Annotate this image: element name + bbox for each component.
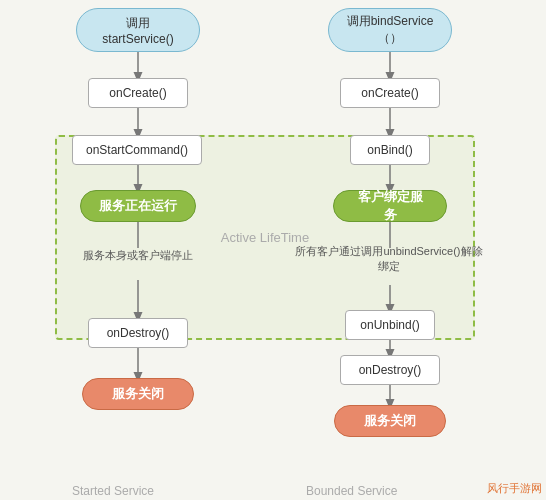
onstartcommand-label: onStartCommand()	[86, 143, 188, 157]
started-service-label: Started Service	[66, 482, 160, 500]
stop-condition-label: 服务本身或客户端停止	[83, 249, 193, 261]
bind-service-label: 调用bindService（）	[343, 13, 437, 47]
left-closed-node: 服务关闭	[82, 378, 194, 410]
onbind-label: onBind()	[367, 143, 412, 157]
left-closed-label: 服务关闭	[112, 385, 164, 403]
right-ondestroy-node: onDestroy()	[340, 355, 440, 385]
right-oncreate-label: onCreate()	[361, 86, 418, 100]
bound-node: 客户绑定服务	[333, 190, 447, 222]
bind-service-node: 调用bindService（）	[328, 8, 452, 52]
running-node: 服务正在运行	[80, 190, 196, 222]
started-service-text: Started Service	[72, 484, 154, 498]
right-closed-node: 服务关闭	[334, 405, 446, 437]
onunbind-node: onUnbind()	[345, 310, 435, 340]
start-service-node: 调用startService()	[76, 8, 200, 52]
unbind-condition: 所有客户通过调用unbindService()解除绑定	[292, 244, 486, 275]
left-stop-condition: 服务本身或客户端停止	[68, 248, 208, 263]
bounded-service-label: Bounded Service	[300, 482, 403, 500]
onbind-node: onBind()	[350, 135, 430, 165]
diagram-container: Active LifeTime	[0, 0, 546, 500]
running-label: 服务正在运行	[99, 197, 177, 215]
right-ondestroy-label: onDestroy()	[359, 363, 422, 377]
left-oncreate-node: onCreate()	[88, 78, 188, 108]
watermark: 风行手游网	[487, 481, 542, 496]
unbind-condition-label: 所有客户通过调用unbindService()解除绑定	[295, 245, 482, 272]
right-oncreate-node: onCreate()	[340, 78, 440, 108]
onstartcommand-node: onStartCommand()	[72, 135, 202, 165]
watermark-text: 风行手游网	[487, 482, 542, 494]
bound-label: 客户绑定服务	[352, 188, 428, 224]
start-service-label: 调用startService()	[91, 15, 185, 46]
left-ondestroy-node: onDestroy()	[88, 318, 188, 348]
onunbind-label: onUnbind()	[360, 318, 419, 332]
left-ondestroy-label: onDestroy()	[107, 326, 170, 340]
right-closed-label: 服务关闭	[364, 412, 416, 430]
left-oncreate-label: onCreate()	[109, 86, 166, 100]
bounded-service-text: Bounded Service	[306, 484, 397, 498]
